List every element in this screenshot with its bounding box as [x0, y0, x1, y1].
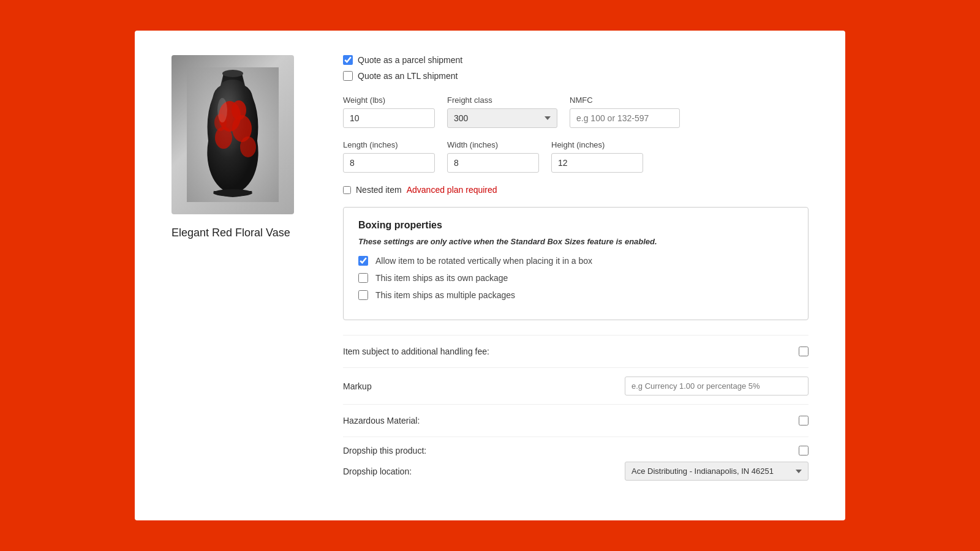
dropship-product-checkbox[interactable] [799, 446, 809, 455]
length-label: Length (inches) [343, 140, 435, 149]
svg-point-1 [222, 70, 243, 77]
boxing-subtitle: These settings are only active when the … [358, 237, 793, 246]
nmfc-input[interactable] [570, 108, 680, 128]
boxing-option-1-label: Allow item to be rotated vertically when… [375, 256, 592, 266]
nested-row: Nested item Advanced plan required [343, 185, 809, 195]
boxing-option-3-label: This item ships as multiple packages [375, 290, 515, 300]
markup-label: Markup [343, 381, 372, 391]
product-image [172, 55, 294, 214]
weight-input[interactable] [343, 108, 435, 128]
width-input[interactable] [447, 153, 539, 173]
parcel-label: Quote as a parcel shipment [358, 55, 462, 65]
hazardous-label: Hazardous Material: [343, 416, 420, 425]
boxing-subtitle-text: These settings are only active when the … [358, 237, 657, 246]
nested-checkbox[interactable] [343, 186, 351, 194]
dropship-product-label: Dropship this product: [343, 446, 426, 455]
ltl-option[interactable]: Quote as an LTL shipment [343, 71, 809, 81]
boxing-properties-box: Boxing properties These settings are onl… [343, 207, 809, 320]
handling-row: Item subject to additional handling fee: [343, 335, 809, 367]
handling-label: Item subject to additional handling fee: [343, 347, 489, 356]
right-panel: Quote as a parcel shipment Quote as an L… [343, 55, 809, 496]
hazardous-row: Hazardous Material: [343, 404, 809, 437]
length-input[interactable] [343, 153, 435, 173]
ltl-checkbox[interactable] [343, 71, 353, 81]
boxing-title: Boxing properties [358, 220, 793, 231]
main-card: Elegant Red Floral Vase Quote as a parce… [135, 31, 845, 520]
ltl-label: Quote as an LTL shipment [358, 71, 458, 81]
height-field-group: Height (inches) [551, 140, 643, 173]
nmfc-label: NMFC [570, 96, 680, 105]
product-title: Elegant Red Floral Vase [172, 227, 290, 239]
freight-select[interactable]: 300 50 55 60 65 70 85 100 110 125 150 17… [447, 108, 557, 128]
dropship-section: Dropship this product: Dropship location… [343, 437, 809, 489]
dropship-location-row: Dropship location: Ace Distributing - In… [343, 462, 809, 481]
width-field-group: Width (inches) [447, 140, 539, 173]
parcel-option[interactable]: Quote as a parcel shipment [343, 55, 809, 65]
handling-checkbox[interactable] [799, 347, 809, 356]
dimension-fields-row: Length (inches) Width (inches) Height (i… [343, 140, 809, 173]
dropship-location-label: Dropship location: [343, 467, 412, 476]
boxing-option-2[interactable]: This item ships as its own package [358, 273, 793, 283]
boxing-own-package-checkbox[interactable] [358, 273, 368, 283]
weight-label: Weight (lbs) [343, 96, 435, 105]
advanced-badge: Advanced plan required [407, 185, 497, 195]
nmfc-field-group: NMFC [570, 96, 680, 128]
width-label: Width (inches) [447, 140, 539, 149]
weight-field-group: Weight (lbs) [343, 96, 435, 128]
shipment-options: Quote as a parcel shipment Quote as an L… [343, 55, 809, 81]
top-fields-row: Weight (lbs) Freight class 300 50 55 60 … [343, 96, 809, 128]
svg-point-5 [232, 100, 246, 120]
left-panel: Elegant Red Floral Vase [172, 55, 306, 496]
boxing-multiple-packages-checkbox[interactable] [358, 290, 368, 300]
freight-label: Freight class [447, 96, 557, 105]
boxing-option-3[interactable]: This item ships as multiple packages [358, 290, 793, 300]
svg-point-7 [240, 137, 256, 157]
height-input[interactable] [551, 153, 643, 173]
markup-row: Markup [343, 367, 809, 404]
boxing-option-1[interactable]: Allow item to be rotated vertically when… [358, 256, 793, 266]
nested-label: Nested item [356, 185, 402, 195]
length-field-group: Length (inches) [343, 140, 435, 173]
dropship-location-select[interactable]: Ace Distributing - Indianapolis, IN 4625… [625, 462, 809, 481]
svg-point-4 [215, 127, 232, 149]
boxing-option-2-label: This item ships as its own package [375, 273, 508, 283]
hazardous-checkbox[interactable] [799, 416, 809, 425]
markup-input[interactable] [625, 377, 809, 395]
height-label: Height (inches) [551, 140, 643, 149]
svg-point-8 [217, 98, 227, 122]
dropship-product-row: Dropship this product: [343, 446, 809, 455]
boxing-rotate-checkbox[interactable] [358, 256, 368, 266]
parcel-checkbox[interactable] [343, 55, 353, 65]
freight-field-group: Freight class 300 50 55 60 65 70 85 100 … [447, 96, 557, 128]
